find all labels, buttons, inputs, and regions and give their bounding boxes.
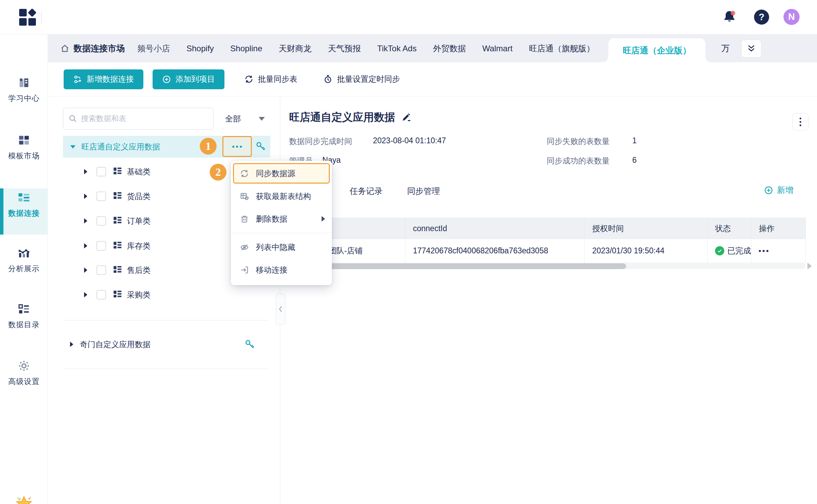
tab-wangdiantong-enterprise-active[interactable]: 旺店通（企业版） [608, 38, 705, 62]
app-logo-icon[interactable] [19, 9, 36, 26]
success-tables-label: 同步成功的表数量 [547, 156, 610, 166]
search-box [63, 108, 213, 130]
tree-checkbox[interactable] [96, 191, 106, 201]
row-actions-button[interactable] [759, 250, 768, 252]
caret-collapsed-icon [84, 267, 87, 273]
sidebar-item-data-connection[interactable]: 数据连接 [0, 191, 48, 218]
star-reward-icon [15, 495, 33, 504]
root-more-actions-button[interactable] [222, 136, 252, 157]
tree-checkbox[interactable] [96, 216, 106, 226]
batch-sync-tables-button[interactable]: 批量同步表 [244, 74, 297, 84]
ellipsis-dot [236, 146, 238, 148]
table-group-icon [113, 167, 122, 177]
table-row[interactable]: 数据管理团队-店铺 177420678cf040068206fba763ed30… [289, 239, 806, 263]
help-button[interactable]: ? [754, 10, 769, 25]
catalog-list-icon [17, 303, 30, 317]
sidebar-item-data-catalog[interactable]: 数据目录 [0, 303, 48, 330]
status-badge: 已完成 [715, 246, 751, 256]
sidebar-item-advanced-settings[interactable]: 高级设置 [0, 359, 48, 387]
new-data-connection-button[interactable]: 新增数据连接 [64, 69, 143, 89]
tab-corner [603, 57, 608, 62]
tab-foreign-trade[interactable]: 外贸数据 [433, 43, 466, 54]
check-circle-icon [715, 246, 724, 255]
menu-item-sync-datasource[interactable]: 同步数据源 [233, 163, 330, 184]
plus-circle-icon [764, 186, 773, 195]
edit-pencil-icon[interactable] [401, 112, 411, 122]
chart-icon [17, 247, 30, 261]
scroll-right-arrow-icon[interactable] [807, 263, 812, 269]
authorization-key-icon[interactable] [255, 141, 266, 153]
menu-item-delete-data[interactable]: 删除数据 [231, 208, 332, 230]
tab-walmart[interactable]: Walmart [482, 44, 513, 53]
plus-circle-icon [162, 75, 171, 84]
sidebar-item-template-market[interactable]: 模板市场 [0, 134, 48, 161]
tree-root-qimen[interactable]: 奇门自定义应用数据 [63, 333, 270, 355]
batch-schedule-sync-button[interactable]: 批量设置定时同步 [323, 74, 400, 84]
search-input[interactable] [81, 114, 208, 123]
horizontal-scrollbar[interactable] [289, 263, 806, 269]
ellipsis-dot [766, 250, 768, 252]
logo-block [28, 18, 36, 26]
tree-checkbox[interactable] [96, 265, 106, 275]
bell-icon [722, 9, 737, 25]
tab-clipped-shop[interactable]: 视频号小店 [138, 43, 170, 54]
table-group-icon [113, 241, 122, 251]
tab-shopline[interactable]: Shopline [230, 44, 262, 53]
menu-item-move-connection[interactable]: 移动连接 [231, 258, 332, 281]
tree-root-wangdiantong[interactable]: 旺店通自定义应用数据 [63, 136, 270, 158]
menu-item-fetch-table-structure[interactable]: 获取最新表结构 [231, 185, 332, 208]
table-group-icon [113, 216, 122, 226]
tree-item-purchase[interactable]: 采购类 [63, 284, 270, 306]
caret-collapsed-icon [84, 194, 87, 199]
book-icon [17, 76, 30, 91]
sidebar-item-label: 学习中心 [0, 93, 48, 104]
tab-task-records[interactable]: 任务记录 [350, 186, 382, 197]
action-toolbar: 新增数据连接 添加到项目 批量同步表 批量设置定时同步 [48, 62, 817, 96]
tree-checkbox[interactable] [96, 241, 106, 251]
sidebar-item-promotion-rewards[interactable]: 推广奖励 [0, 495, 48, 504]
authorization-key-icon[interactable] [244, 339, 255, 351]
sync-time-label: 数据同步完成时间 [289, 136, 352, 147]
sidebar-item-analysis[interactable]: 分析展示 [0, 247, 48, 274]
tree-checkbox[interactable] [96, 290, 106, 300]
collapse-panel-handle[interactable] [276, 293, 285, 325]
eye-off-icon [240, 243, 249, 252]
menu-item-hide-from-list[interactable]: 列表中隐藏 [231, 236, 332, 258]
cell-authtime: 2023/01/30 19:50:44 [585, 239, 708, 263]
tab-market-label: 数据连接市场 [74, 43, 125, 54]
tab-wangdiantong-flagship[interactable]: 旺店通（旗舰版） [529, 43, 595, 54]
sidebar-item-label: 高级设置 [0, 376, 48, 387]
tree-checkbox[interactable] [96, 167, 106, 176]
tab-sync-management[interactable]: 同步管理 [407, 186, 440, 197]
avatar-initial: N [788, 12, 795, 22]
column-header-action[interactable]: 操作 [751, 218, 806, 239]
sidebar-item-learning-center[interactable]: 学习中心 [0, 76, 48, 104]
tab-market-home[interactable]: 数据连接市场 [60, 43, 125, 54]
column-header-authtime[interactable]: 授权时间 [585, 218, 708, 239]
notification-bell-icon[interactable] [722, 9, 737, 25]
menu-item-label: 移动连接 [256, 265, 287, 275]
tree-root-label: 奇门自定义应用数据 [80, 339, 151, 350]
detail-kebab-menu-button[interactable] [792, 113, 808, 130]
cell-connectid: 177420678cf040068206fba763ed3058 [405, 239, 585, 263]
annotation-step-1-badge: 1 [200, 138, 217, 155]
search-icon [69, 115, 77, 123]
table-group-icon [113, 265, 122, 276]
column-header-connectid[interactable]: connectId [405, 218, 585, 239]
tab-expand-button[interactable] [741, 40, 761, 57]
scrollbar-thumb[interactable] [289, 263, 626, 269]
scope-filter-dropdown[interactable]: 全部 [223, 108, 267, 130]
sync-icon [240, 169, 249, 178]
annotation-number: 2 [216, 166, 221, 178]
tab-overflow-partial[interactable]: 万 [721, 43, 730, 54]
add-to-project-button[interactable]: 添加到项目 [153, 69, 224, 89]
user-avatar[interactable]: N [783, 9, 800, 25]
column-header-status[interactable]: 状态 [708, 218, 751, 239]
tab-tiktok-ads[interactable]: TikTok Ads [377, 44, 416, 53]
tab-shopify[interactable]: Shopify [186, 44, 214, 53]
tab-weather[interactable]: 天气预报 [328, 43, 361, 54]
tab-tiancai[interactable]: 天财商龙 [278, 43, 311, 54]
menu-divider [231, 233, 332, 233]
add-new-button[interactable]: 新增 [764, 185, 793, 196]
failed-tables-value: 1 [632, 136, 637, 145]
